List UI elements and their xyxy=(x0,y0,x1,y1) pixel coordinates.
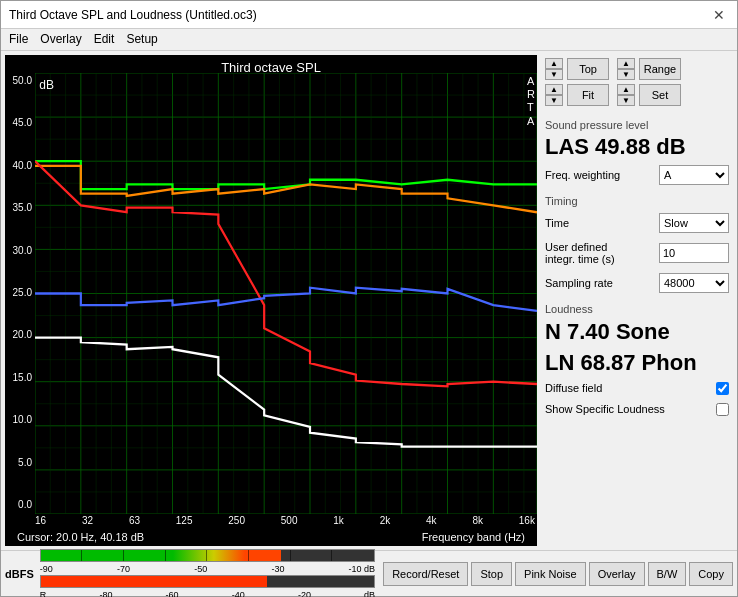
menu-setup[interactable]: Setup xyxy=(126,32,157,47)
freq-weighting-label: Freq. weighting xyxy=(545,169,620,181)
scale-row-1: -90 -70 -50 -30 -10 dB xyxy=(40,564,375,574)
fit-up-btn[interactable]: ▲ xyxy=(545,84,563,95)
range-up-btn[interactable]: ▲ xyxy=(617,58,635,69)
range-down-btn[interactable]: ▼ xyxy=(617,69,635,80)
set-down-btn[interactable]: ▼ xyxy=(617,95,635,106)
top-up-btn[interactable]: ▲ xyxy=(545,58,563,69)
sampling-rate-select[interactable]: 48000 44100 96000 xyxy=(659,273,729,293)
freq-band-label: Frequency band (Hz) xyxy=(414,529,533,545)
top-controls: ▲ ▼ Top ▲ ▼ Fit xyxy=(545,57,729,107)
set-up-btn[interactable]: ▲ xyxy=(617,84,635,95)
time-label: Time xyxy=(545,217,569,229)
time-select[interactable]: Slow Fast Impulse xyxy=(659,213,729,233)
integr-row: User definedintegr. time (s) xyxy=(545,241,729,265)
menu-edit[interactable]: Edit xyxy=(94,32,115,47)
range-button[interactable]: Range xyxy=(639,58,681,80)
y-axis: 50.0 45.0 40.0 35.0 30.0 25.0 20.0 15.0 … xyxy=(5,73,35,528)
menu-bar: File Overlay Edit Setup xyxy=(1,29,737,51)
spl-value: LAS 49.88 dB xyxy=(545,135,729,159)
copy-button[interactable]: Copy xyxy=(689,562,733,586)
stop-button[interactable]: Stop xyxy=(471,562,512,586)
freq-weighting-row: Freq. weighting A B C Z xyxy=(545,165,729,185)
integr-label: User definedintegr. time (s) xyxy=(545,241,615,265)
level-row-2 xyxy=(40,574,375,590)
menu-file[interactable]: File xyxy=(9,32,28,47)
top-spinner: ▲ ▼ xyxy=(545,58,563,80)
time-row: Time Slow Fast Impulse xyxy=(545,213,729,233)
level-bar-1 xyxy=(40,549,375,562)
menu-overlay[interactable]: Overlay xyxy=(40,32,81,47)
integr-input[interactable] xyxy=(659,243,729,263)
range-set-group: ▲ ▼ Range ▲ ▼ Set xyxy=(617,57,681,107)
sampling-rate-row: Sampling rate 48000 44100 96000 xyxy=(545,273,729,293)
chart-title: Third octave SPL xyxy=(5,57,537,75)
bottom-buttons: Record/Reset Stop Pink Noise Overlay B/W… xyxy=(383,562,733,586)
top-down-btn[interactable]: ▼ xyxy=(545,69,563,80)
set-spinner: ▲ ▼ xyxy=(617,84,635,106)
fit-button[interactable]: Fit xyxy=(567,84,609,106)
show-specific-checkbox[interactable] xyxy=(716,403,729,416)
record-reset-button[interactable]: Record/Reset xyxy=(383,562,468,586)
diffuse-field-checkbox[interactable] xyxy=(716,382,729,395)
range-spinner: ▲ ▼ xyxy=(617,58,635,80)
loudness-section-label: Loudness xyxy=(545,303,729,315)
title-bar: Third Octave SPL and Loudness (Untitled.… xyxy=(1,1,737,29)
right-panel: ▲ ▼ Top ▲ ▼ Fit xyxy=(537,51,737,550)
top-button[interactable]: Top xyxy=(567,58,609,80)
level-fill-2 xyxy=(41,576,268,587)
x-axis: 16 32 63 125 250 500 1k 2k 4k 8k 16k xyxy=(35,514,537,528)
level-bar-2 xyxy=(40,575,375,588)
level-fill-1 xyxy=(41,550,281,561)
diffuse-field-label: Diffuse field xyxy=(545,382,602,394)
svg-text:dB: dB xyxy=(39,78,54,92)
scale-row-2: R -80 -60 -40 -20 dB xyxy=(40,590,375,598)
overlay-button[interactable]: Overlay xyxy=(589,562,645,586)
main-window: Third Octave SPL and Loudness (Untitled.… xyxy=(0,0,738,597)
sampling-rate-label: Sampling rate xyxy=(545,277,613,289)
loudness-ln-value: LN 68.87 Phon xyxy=(545,350,729,376)
cursor-info: Cursor: 20.0 Hz, 40.18 dB xyxy=(9,529,152,545)
bottom-bar: dBFS xyxy=(1,550,737,596)
dbfs-label: dBFS xyxy=(5,568,34,580)
set-button[interactable]: Set xyxy=(639,84,681,106)
window-title: Third Octave SPL and Loudness (Untitled.… xyxy=(9,8,257,22)
chart-container: Third octave SPL ARTA 50.0 45.0 40.0 35.… xyxy=(5,55,537,546)
close-button[interactable]: ✕ xyxy=(709,7,729,23)
level-meters: -90 -70 -50 -30 -10 dB R -80 -60 -40 -20… xyxy=(40,548,375,598)
pink-noise-button[interactable]: Pink Noise xyxy=(515,562,586,586)
diffuse-field-row: Diffuse field xyxy=(545,382,729,395)
freq-weighting-select[interactable]: A B C Z xyxy=(659,165,729,185)
arta-label: ARTA xyxy=(527,75,535,128)
fit-down-btn[interactable]: ▼ xyxy=(545,95,563,106)
show-specific-row: Show Specific Loudness xyxy=(545,403,729,416)
chart-svg: dB xyxy=(35,73,537,514)
spl-section-label: Sound pressure level xyxy=(545,119,729,131)
fit-spinner: ▲ ▼ xyxy=(545,84,563,106)
chart-info-bar: Cursor: 20.0 Hz, 40.18 dB Frequency band… xyxy=(5,528,537,546)
top-fit-group: ▲ ▼ Top ▲ ▼ Fit xyxy=(545,57,609,107)
show-specific-label: Show Specific Loudness xyxy=(545,403,665,415)
level-row-1 xyxy=(40,548,375,564)
loudness-n-value: N 7.40 Sone xyxy=(545,319,729,345)
timing-label: Timing xyxy=(545,195,729,207)
bw-button[interactable]: B/W xyxy=(648,562,687,586)
content-area: Third octave SPL ARTA 50.0 45.0 40.0 35.… xyxy=(1,51,737,550)
